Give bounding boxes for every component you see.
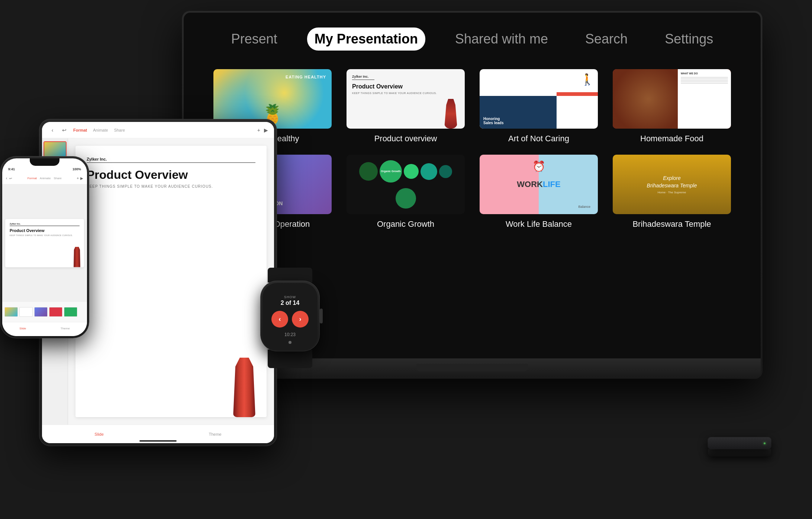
iphone-toolbar: ‹ ↩ Format Animate Share + ▶ [2,173,87,184]
iphone-body: 9:41 100% ‹ ↩ Format Animate Share + ▶ [0,156,89,338]
organic-circle-3 [404,164,419,179]
clock-icon: ⏰ [532,160,545,173]
iphone-thumbnails [2,302,87,322]
watch-band-top [268,268,312,283]
vase-shape [233,358,255,417]
nav-item-shared-with-me[interactable]: Shared with me [448,28,555,51]
iphone-bottom-theme[interactable]: Theme [61,327,70,330]
ipad-slide-thumb-1[interactable] [44,141,67,157]
iphone-slide-title: Product Overview [10,228,80,233]
ipad-forward-button[interactable]: ↩ [60,126,69,135]
watch-crown [320,309,323,323]
iphone-slide: Zylker Inc. Product Overview KEEP THINGS… [5,219,84,267]
iphone-thumb-2[interactable] [19,307,33,317]
watch-screen: SHOW 2 of 14 ‹ › 10:23 [262,283,318,349]
slide-thumb-yellow [44,142,66,156]
ipad-tab-format[interactable]: Format [73,128,87,132]
nav-item-search[interactable]: Search [578,28,635,51]
life-text: LIFE [543,180,561,189]
iphone-screen: 9:41 100% ‹ ↩ Format Animate Share + ▶ [2,158,87,336]
iphone-thumb-4[interactable] [49,307,62,317]
apple-watch-device: SHOW 2 of 14 ‹ › 10:23 [253,268,327,361]
appletv-top [708,437,771,449]
iphone-toolbar-right: + ▶ [77,176,83,180]
tv-navigation: Present My Presentation Shared with me S… [206,28,738,51]
iphone-content: Zylker Inc. Product Overview KEEP THINGS… [2,184,87,322]
appletv-device [702,437,777,497]
iphone-thumb-5[interactable] [64,307,77,317]
ipad-back-button[interactable]: ‹ [48,126,57,135]
nav-item-present[interactable]: Present [224,28,285,51]
thumb-homemade-food: WHAT WE DO [613,69,731,129]
organic-circles: Organic Growth [347,155,465,214]
watch-prev-button[interactable]: ‹ [271,311,288,328]
presentation-label-homemade-food: Homemade Food [640,134,703,144]
work-text: WORK [517,180,543,189]
watch-body: SHOW 2 of 14 ‹ › 10:23 [260,281,320,351]
iphone-thumb-1[interactable] [4,307,18,317]
iphone-play-btn[interactable]: ▶ [80,176,83,180]
iphone-tab-format[interactable]: Format [28,177,37,180]
iphone-device: 9:41 100% ‹ ↩ Format Animate Share + ▶ [0,156,89,338]
presentation-item-organic-growth[interactable]: Organic Growth Organic Growth [347,155,465,229]
art-person-icon: 🚶 [580,73,594,86]
presentation-item-homemade-food[interactable]: WHAT WE DO Homemade Food [613,69,731,144]
watch-band-bottom [268,349,312,368]
watch-controls: ‹ › [271,311,309,328]
thumb-temple: Explore Brihadeswara Temple Home · The S… [613,155,731,214]
presentation-item-temple[interactable]: Explore Brihadeswara Temple Home · The S… [613,155,731,229]
iphone-bottom-slide[interactable]: Slide [19,327,26,330]
product-vase-icon [444,99,457,129]
ipad-bottom-tab-slide[interactable]: Slide [94,432,103,436]
presentation-grid: EATING HEALTHY 🍍 Eating Healthy Zylker I… [206,69,738,229]
iphone-battery: 100% [72,167,81,171]
iphone-slide-company: Zylker Inc. [10,223,80,226]
ipad-tabs: Format Animate Share [73,128,125,132]
iphone-tab-share[interactable]: Share [54,177,61,180]
ipad-add-button[interactable]: + [257,127,260,133]
iphone-toolbar-left: ‹ ↩ [6,176,12,180]
watch-time: 10:23 [284,332,296,337]
temple-subtitle: Home · The Supreme [658,191,686,194]
thumb-art-not-caring: 🚶 HonoringSales leads [480,69,598,129]
temple-text: Explore Brihadeswara Temple [647,175,697,189]
iphone-toolbar-center: Format Animate Share [28,177,62,180]
presentation-label-temple: Brihadeswara Temple [632,219,711,229]
presentation-item-work-life[interactable]: ⏰ WORK LIFE Balance Work Life Balance [480,155,598,229]
ipad-tab-animate[interactable]: Animate [93,128,108,132]
product-subtitle-thumb: KEEP THINGS SIMPLE TO MAKE YOUR AUDIENCE… [352,92,459,94]
thumb-organic-growth: Organic Growth [347,155,465,214]
food-text-area: WHAT WE DO [678,69,731,129]
nav-item-settings[interactable]: Settings [657,28,721,51]
appletv-base [708,449,771,457]
ipad-play-button[interactable]: ▶ [264,127,268,133]
presentation-label-organic-growth: Organic Growth [377,219,434,229]
ipad-toolbar-right: + ▶ [257,127,268,133]
thumb-product-overview: Zylker Inc. Product Overview KEEP THINGS… [347,69,465,129]
food-lines [681,76,728,84]
watch-next-button[interactable]: › [292,311,309,328]
iphone-thumb-3[interactable] [34,307,48,317]
product-company: Zylker Inc. [352,75,374,80]
presentation-label-art-not-caring: Art of Not Caring [508,134,569,144]
iphone-slide-vase [74,247,80,267]
presentation-item-product-overview[interactable]: Zylker Inc. Product Overview KEEP THINGS… [347,69,465,144]
nav-item-my-presentation[interactable]: My Presentation [307,28,425,51]
tv-base [416,364,528,371]
iphone-back-btn[interactable]: ‹ [6,176,7,180]
organic-circle-4 [420,163,437,180]
watch-show-label: SHOW [284,295,296,299]
ipad-bottom-tab-theme[interactable]: Theme [209,432,221,436]
art-text: HonoringSales leads [483,117,503,125]
food-what-we-do: WHAT WE DO [681,72,728,75]
iphone-bottom-bar: Slide Theme [2,322,87,336]
iphone-add-btn[interactable]: + [77,176,79,180]
balance-text: Balance [578,205,590,209]
slide-vase-decoration [233,358,255,417]
ipad-tab-share[interactable]: Share [114,128,125,132]
organic-circle-2: Organic Growth [380,160,402,183]
presentation-item-art-not-caring[interactable]: 🚶 HonoringSales leads Art of Not Caring [480,69,598,144]
appletv-body-wrapper [702,437,777,457]
iphone-tab-animate[interactable]: Animate [40,177,51,180]
iphone-undo-btn[interactable]: ↩ [9,177,12,180]
